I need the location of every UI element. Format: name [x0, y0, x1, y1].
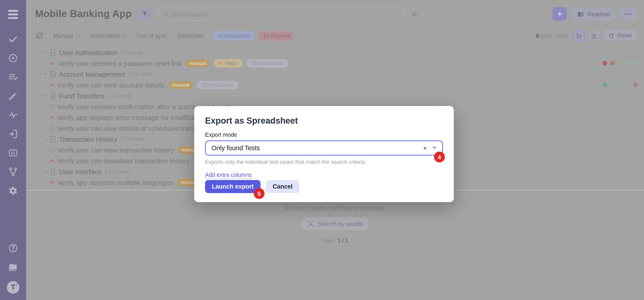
run-status-dot[interactable]: ✓	[610, 83, 615, 87]
cancel-button[interactable]: Cancel	[266, 180, 300, 193]
export-mode-select-wrap: Only found Tests × 4	[205, 140, 443, 156]
reports-chart-icon[interactable]	[8, 148, 18, 158]
readme-button[interactable]: Readme	[572, 7, 616, 21]
more-options-button[interactable]: •••	[620, 7, 637, 21]
modal-title: Export as Spreadsheet	[205, 116, 443, 126]
major-badge: Major	[214, 59, 243, 68]
filter-tab-automated[interactable]: Automated62	[90, 32, 127, 39]
section-name[interactable]: User Authentication	[59, 49, 118, 56]
sidebar-nav	[8, 34, 18, 196]
section-row: User Authentication1 / 9 tests	[43, 47, 644, 58]
filter-bar: Manual70Automated62Out of syncDetached A…	[26, 28, 644, 43]
test-title[interactable]: Verify user can view details of schedule…	[57, 124, 207, 132]
search-by-words-button[interactable]: Search by words	[302, 217, 368, 230]
topbar: Mobile Banking App @localisation + Readm…	[26, 0, 644, 28]
export-mode-help: Exports only the individual test cases t…	[205, 159, 443, 165]
run-status-dot[interactable]: –	[602, 61, 607, 65]
sidebar: T	[0, 0, 26, 300]
run-status-dot[interactable]: ✓	[626, 61, 630, 65]
branches-git-icon[interactable]	[8, 167, 18, 177]
sidebar-bottom: T	[7, 243, 20, 294]
section-name[interactable]: Fund Transfers	[59, 92, 104, 100]
settings-gear-icon[interactable]	[8, 186, 18, 196]
chevron-down-icon[interactable]	[43, 50, 48, 55]
priority-caret-icon	[50, 61, 55, 65]
chevron-down-icon[interactable]	[432, 147, 437, 149]
badge-label: manual	[189, 60, 207, 66]
chevron-down-icon[interactable]	[43, 136, 48, 141]
run-status-dots: ✓✓✓✓–	[602, 83, 638, 87]
test-title[interactable]: Verify user receives a password reset li…	[57, 59, 182, 67]
run-status-dot[interactable]: ✓	[626, 83, 630, 87]
hamburger-menu-icon[interactable]	[8, 8, 18, 21]
status-circle-icon	[50, 126, 55, 131]
search-settings-icon[interactable]	[411, 10, 418, 18]
test-title[interactable]: Verify app supports multiple languages	[57, 178, 173, 186]
clear-selection-icon[interactable]: ×	[424, 145, 432, 151]
test-title[interactable]: Verify user can download transaction his…	[57, 157, 190, 164]
run-status-dots: ––✓✓✓	[602, 61, 638, 65]
app-root: T Mobile Banking App @localisation +	[0, 0, 644, 300]
run-status-dot[interactable]: ✓	[618, 61, 622, 65]
test-row: Verify user receives a password reset li…	[43, 58, 644, 69]
export-mode-select[interactable]: Only found Tests ×	[205, 140, 443, 156]
chevron-down-icon[interactable]	[43, 169, 48, 174]
test-title[interactable]: Verify user can view account details	[57, 81, 164, 89]
search-input[interactable]: @localisation	[158, 7, 404, 21]
page-indicator: Page: 1 / 1	[322, 237, 348, 244]
run-status-dot[interactable]: ✓	[618, 83, 622, 87]
add-extra-columns-link[interactable]: Add extra columns	[205, 172, 252, 179]
download-button[interactable]	[589, 30, 600, 41]
reset-button[interactable]: Reset	[604, 30, 637, 41]
runs-play-icon[interactable]	[8, 53, 18, 63]
import-login-icon[interactable]	[8, 129, 18, 139]
filterbar-right: 8tests found Reset	[536, 30, 637, 42]
activity-pulse-icon[interactable]	[8, 110, 18, 120]
tag-badge: @localisation	[247, 59, 288, 68]
chevron-down-icon[interactable]	[43, 93, 48, 98]
scan-search-icon	[307, 220, 314, 227]
test-badges: manualMajor@localisation	[186, 59, 288, 68]
filter-chip-to-review[interactable]: To Review	[259, 31, 294, 40]
priority-caret-icon	[50, 159, 55, 162]
filter-tab-manual[interactable]: Manual70	[53, 32, 80, 39]
export-mode-label: Export mode	[205, 132, 443, 138]
help-icon[interactable]	[8, 243, 18, 253]
document-check-icon	[50, 71, 56, 77]
test-title[interactable]: Verify user can view transaction history	[57, 146, 174, 154]
section-row: Account Management1 / 11 tests	[43, 69, 644, 79]
manual-badge: manual	[168, 81, 193, 89]
tree-view-button[interactable]	[573, 30, 585, 42]
filter-tab-out-of-sync[interactable]: Out of sync	[136, 32, 168, 39]
run-status-dot[interactable]: ✓	[602, 83, 607, 87]
run-status-dot[interactable]: –	[610, 61, 615, 65]
filter-tab-label: Out of sync	[136, 32, 168, 39]
section-name[interactable]: User Interface	[59, 168, 102, 175]
tests-check-icon[interactable]	[8, 34, 18, 44]
projects-folder-icon[interactable]	[8, 262, 18, 272]
priority-caret-icon	[50, 116, 55, 119]
chevron-down-icon[interactable]	[43, 72, 48, 77]
refresh-icon	[608, 33, 614, 39]
launch-export-button[interactable]: Launch export 5	[205, 180, 260, 193]
filter-tab-detached[interactable]: Detached	[177, 32, 204, 39]
section-count: 1 / 9 tests	[121, 50, 143, 55]
section-count: 1 / 11 tests	[128, 71, 152, 77]
filter-chip-automatable[interactable]: Automatable	[214, 31, 254, 40]
run-status-dot[interactable]: –	[633, 83, 638, 87]
filter-tab-label: Detached	[177, 32, 204, 39]
search-value: @localisation	[172, 11, 207, 17]
status-circle-icon	[50, 104, 55, 109]
run-status-dot[interactable]: ✓	[633, 61, 638, 65]
steps-stairs-icon[interactable]	[8, 91, 18, 101]
section-name[interactable]: Transaction History	[59, 135, 117, 143]
plans-list-check-icon[interactable]	[8, 72, 18, 82]
section-count: 2 / 10 tests	[120, 136, 145, 142]
avatar[interactable]: T	[7, 281, 20, 294]
filter-funnel-button[interactable]	[138, 7, 152, 21]
add-button[interactable]: +	[552, 7, 567, 21]
select-all-icon[interactable]	[36, 32, 43, 40]
document-check-icon	[50, 49, 56, 56]
test-badges: manual@localisation	[168, 81, 238, 89]
section-name[interactable]: Account Management	[59, 70, 125, 78]
